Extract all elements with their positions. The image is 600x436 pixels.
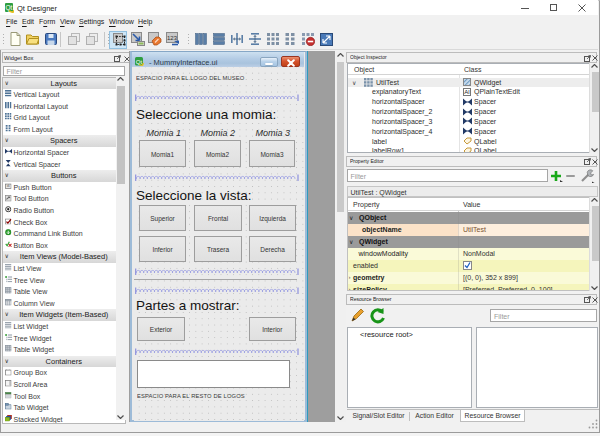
svg-text:Qt: Qt — [135, 59, 142, 65]
svg-text:123: 123 — [167, 35, 178, 41]
svg-text:ok: ok — [7, 184, 11, 188]
svg-text:Al: Al — [464, 89, 469, 95]
